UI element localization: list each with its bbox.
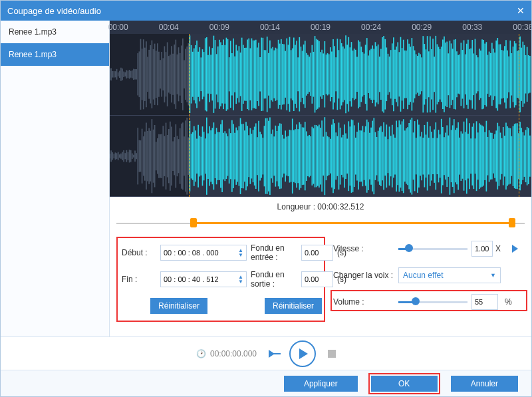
waveform-bottom bbox=[110, 116, 531, 197]
spinner-icon[interactable]: ▲▼ bbox=[238, 248, 243, 257]
apply-button[interactable]: Appliquer bbox=[284, 376, 358, 392]
effects-group: Vitesse : 1.00 X Changer la voix : Aucun… bbox=[333, 237, 525, 322]
reset-fade-button[interactable]: Réinitialiser bbox=[265, 298, 322, 314]
start-time-input[interactable]: 00 : 00 : 08 . 000 ▲▼ bbox=[160, 245, 247, 261]
voice-select[interactable]: Aucun effet ▼ bbox=[398, 267, 501, 283]
end-label: Fin : bbox=[122, 275, 156, 284]
playback-bar: 🕑 00:00:00.000 bbox=[1, 336, 531, 370]
fadeout-input[interactable]: 0.00 bbox=[301, 271, 333, 287]
scrub-bar[interactable] bbox=[116, 217, 525, 230]
speed-value-input[interactable]: 1.00 bbox=[471, 241, 493, 257]
stop-icon bbox=[328, 350, 336, 358]
preview-speed-icon[interactable] bbox=[505, 245, 525, 253]
fadein-label: Fondu en entrée : bbox=[251, 243, 297, 262]
reset-trim-button[interactable]: Réinitialiser bbox=[150, 298, 207, 314]
sidebar-item-file[interactable]: Renee 1.mp3 bbox=[1, 21, 109, 43]
dialog-footer: Appliquer OK Annuler bbox=[1, 370, 531, 396]
speed-unit: X bbox=[495, 244, 501, 253]
selection-end-marker[interactable] bbox=[519, 34, 519, 197]
waveform-area[interactable]: 00:0000:0400:0900:1400:1900:2400:2900:33… bbox=[110, 21, 531, 197]
highlight-annotation bbox=[331, 290, 527, 311]
cancel-button[interactable]: Annuler bbox=[451, 376, 518, 392]
clock-icon: 🕑 bbox=[196, 349, 206, 358]
waveform-display[interactable] bbox=[110, 34, 531, 197]
title-bar: Coupage de vidéo/audio ✕ bbox=[1, 1, 531, 21]
timeline-ruler: 00:0000:0400:0900:1400:1900:2400:2900:33… bbox=[110, 21, 531, 34]
selection-start-marker[interactable] bbox=[189, 34, 190, 197]
voice-value: Aucun effet bbox=[403, 271, 444, 280]
fadein-input[interactable]: 0.00 bbox=[301, 245, 333, 261]
length-label: Longueur : 00:00:32.512 bbox=[110, 197, 531, 217]
voice-label: Changer la voix : bbox=[333, 271, 394, 280]
highlight-annotation: OK bbox=[368, 373, 440, 394]
fadeout-label: Fondu en sortie : bbox=[251, 270, 297, 289]
chevron-down-icon: ▼ bbox=[490, 272, 496, 279]
spinner-icon[interactable]: ▲▼ bbox=[238, 275, 243, 284]
close-icon[interactable]: ✕ bbox=[517, 5, 525, 16]
ok-button[interactable]: OK bbox=[371, 376, 438, 392]
end-time-input[interactable]: 00 : 00 : 40 . 512 ▲▼ bbox=[160, 271, 247, 287]
sidebar-item-file[interactable]: Renee 1.mp3 bbox=[1, 43, 109, 66]
start-label: Début : bbox=[122, 248, 156, 257]
trim-group: Début : 00 : 00 : 08 . 000 ▲▼ Fondu en e… bbox=[116, 237, 325, 322]
stop-button[interactable] bbox=[328, 350, 336, 358]
step-icon[interactable] bbox=[269, 350, 277, 358]
playback-time: 🕑 00:00:00.000 bbox=[196, 349, 257, 358]
file-sidebar: Renee 1.mp3 Renee 1.mp3 bbox=[1, 21, 110, 336]
waveform-top bbox=[110, 34, 531, 115]
play-button[interactable] bbox=[289, 340, 316, 367]
window-title: Coupage de vidéo/audio bbox=[7, 6, 101, 16]
play-icon bbox=[299, 348, 308, 359]
speed-label: Vitesse : bbox=[333, 244, 394, 253]
speed-slider[interactable] bbox=[398, 241, 467, 257]
selection-range-handle[interactable] bbox=[193, 219, 512, 226]
